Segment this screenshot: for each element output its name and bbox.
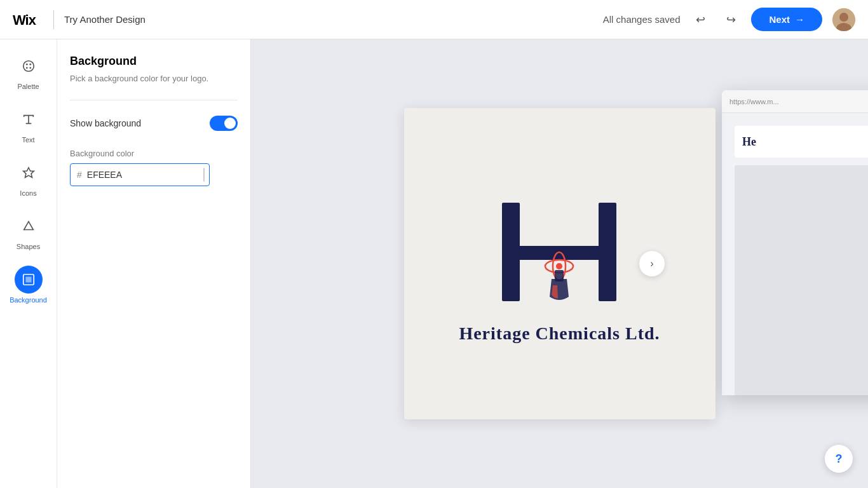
svg-point-17 [556,263,562,269]
svg-rect-11 [25,276,31,282]
next-label: Next [769,14,790,25]
palette-label: Palette [17,83,39,90]
background-icon-circle [15,266,43,294]
sidebar-item-text[interactable]: Text [0,99,57,150]
canvas-next-button[interactable]: › [639,251,665,276]
user-avatar[interactable] [832,8,855,31]
sidebar-item-icons[interactable]: Icons [0,152,57,203]
svg-text:Wix: Wix [13,12,37,28]
svg-point-8 [29,67,31,69]
background-panel: Background Pick a background color for y… [57,39,251,488]
show-background-toggle[interactable] [210,116,238,131]
svg-marker-9 [23,168,34,178]
icons-label: Icons [20,189,36,197]
svg-point-7 [25,67,27,69]
browser-header-mock: He [735,126,868,158]
header: Wix Try Another Design All changes saved… [0,0,868,39]
color-input-row[interactable]: # [70,163,210,186]
toggle-track[interactable] [210,116,238,131]
palette-icon-circle [15,52,43,80]
sidebar-item-palette[interactable]: Palette [0,46,57,97]
logo-company-name: Heritage Chemicals Ltd. [459,323,660,344]
color-value-input[interactable] [87,170,198,180]
browser-header-text: He [742,135,756,149]
help-button[interactable]: ? [825,445,853,473]
logo-graphic: Heritage Chemicals Ltd. [459,184,660,344]
text-icon-circle [15,105,43,133]
text-label: Text [22,136,34,144]
canvas-next-chevron: › [650,258,653,269]
browser-url-text: https://www.m... [729,98,779,105]
main-layout: Palette Text Icons S [0,39,868,488]
canvas-area: Heritage Chemicals Ltd. https://www.m...… [251,39,868,488]
logo-preview-card: Heritage Chemicals Ltd. [404,108,715,419]
bg-color-label: Background color [70,149,238,158]
sidebar-icons: Palette Text Icons S [0,39,57,488]
panel-divider [70,100,238,100]
logo-svg [464,184,654,311]
svg-point-4 [23,61,34,72]
browser-preview: https://www.m... He [722,90,868,395]
show-background-row: Show background [70,116,238,131]
hash-symbol: # [77,170,82,180]
next-arrow-icon: → [795,14,804,25]
svg-rect-18 [555,270,564,281]
shapes-label: Shapes [17,243,40,250]
changes-saved-text: All changes saved [603,14,681,25]
redo-button[interactable]: ↪ [721,10,741,30]
toggle-thumb [224,118,236,129]
color-swatch[interactable] [203,168,205,182]
show-background-label: Show background [70,118,141,128]
help-icon: ? [836,452,843,466]
header-divider [53,10,54,29]
background-label: Background [10,296,47,304]
next-button[interactable]: Next → [751,8,822,31]
svg-point-2 [839,13,848,22]
sidebar-item-background[interactable]: Background [0,259,57,310]
svg-point-5 [25,64,27,65]
browser-hero-mock [735,165,868,395]
sidebar-item-shapes[interactable]: Shapes [0,206,57,257]
shapes-icon-circle [15,212,43,240]
icons-icon-circle [15,159,43,187]
browser-bar: https://www.m... [722,90,868,113]
try-another-design-link[interactable]: Try Another Design [64,14,146,25]
logo-svg-container [464,184,654,313]
panel-title: Background [70,55,238,68]
header-right: All changes saved ↩ ↪ Next → [603,8,855,31]
panel-subtitle: Pick a background color for your logo. [70,73,238,85]
svg-point-6 [29,64,31,65]
undo-button[interactable]: ↩ [690,10,710,30]
wix-logo: Wix [13,11,43,29]
browser-content: He [722,113,868,395]
